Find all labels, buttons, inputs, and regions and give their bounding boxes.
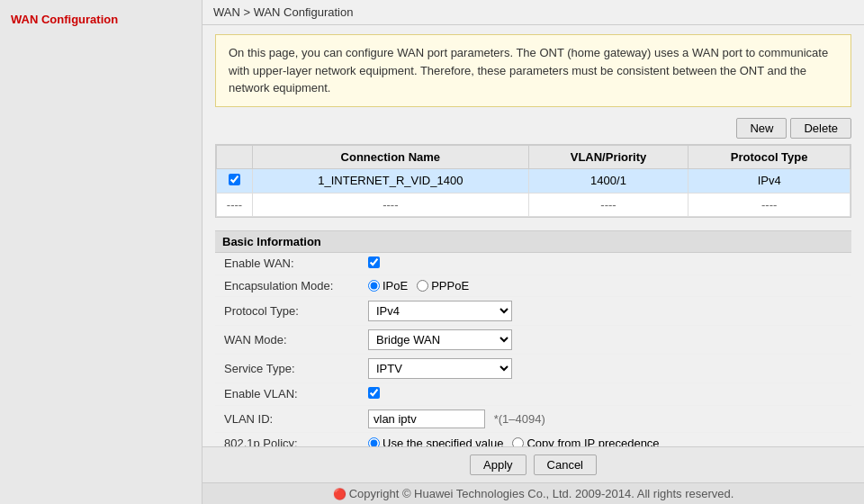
enable-vlan-row: Enable VLAN:	[215, 382, 851, 405]
copy-ip-radio-label[interactable]: Copy from IP precedence	[512, 436, 659, 447]
vlan-id-row: VLAN ID: *(1–4094)	[215, 405, 851, 432]
dash-4: ----	[688, 193, 850, 216]
enable-vlan-label: Enable VLAN:	[215, 382, 359, 405]
table-row[interactable]: 1_INTERNET_R_VID_1400 1400/1 IPv4	[217, 168, 850, 193]
service-type-value: IPTV INTERNET OTHER	[359, 354, 851, 382]
service-type-row: Service Type: IPTV INTERNET OTHER	[215, 354, 851, 382]
pppoe-radio-label[interactable]: PPPoE	[417, 279, 469, 292]
connection-table: Connection Name VLAN/Priority Protocol T…	[216, 145, 850, 217]
encapsulation-label: Encapsulation Mode:	[215, 274, 359, 296]
apply-button[interactable]: Apply	[470, 454, 526, 475]
bottom-bar: Apply Cancel	[202, 446, 864, 482]
vlan-id-label: VLAN ID:	[215, 405, 359, 432]
dash-3: ----	[528, 193, 688, 216]
dash-1: ----	[217, 193, 253, 216]
footer: 🔴 Copyright © Huawei Technologies Co., L…	[202, 482, 864, 504]
wan-mode-value: Bridge WAN Route WAN	[359, 325, 851, 354]
dash-2: ----	[253, 193, 529, 216]
wan-mode-label: WAN Mode:	[215, 325, 359, 354]
footer-logo: 🔴	[333, 488, 346, 500]
policy-row: 802.1p Policy: Use the specified value C…	[215, 432, 851, 446]
row-select-checkbox[interactable]	[229, 174, 240, 185]
encapsulation-value: IPoE PPPoE	[359, 274, 851, 296]
encapsulation-row: Encapsulation Mode: IPoE PPPoE	[215, 274, 851, 296]
copy-ip-radio[interactable]	[512, 437, 524, 447]
policy-label: 802.1p Policy:	[215, 432, 359, 446]
enable-wan-row: Enable WAN:	[215, 253, 851, 275]
ipoe-radio-label[interactable]: IPoE	[368, 279, 408, 292]
service-type-select[interactable]: IPTV INTERNET OTHER	[368, 358, 512, 379]
copy-ip-label: Copy from IP precedence	[526, 436, 659, 447]
connection-table-wrap: Connection Name VLAN/Priority Protocol T…	[215, 144, 851, 218]
specified-value-radio-label[interactable]: Use the specified value	[368, 436, 503, 447]
pppoe-radio[interactable]	[417, 280, 428, 292]
protocol-type-cell: IPv4	[688, 168, 850, 193]
enable-vlan-value	[359, 382, 851, 405]
breadcrumb: WAN > WAN Configuration	[202, 0, 864, 25]
toolbar: New Delete	[215, 118, 851, 139]
protocol-type-label: Protocol Type:	[215, 296, 359, 325]
enable-vlan-checkbox[interactable]	[368, 387, 380, 399]
vlan-id-value: *(1–4094)	[359, 405, 851, 432]
policy-radio-group: Use the specified value Copy from IP pre…	[368, 436, 842, 447]
vlan-priority-cell: 1400/1	[528, 168, 688, 193]
pppoe-label: PPPoE	[431, 279, 469, 292]
vlan-id-hint: *(1–4094)	[494, 412, 545, 426]
service-type-label: Service Type:	[215, 354, 359, 382]
enable-wan-checkbox[interactable]	[368, 256, 380, 268]
col-checkbox	[217, 145, 253, 168]
enable-wan-label: Enable WAN:	[215, 253, 359, 275]
specified-value-label: Use the specified value	[382, 436, 503, 447]
wan-mode-select[interactable]: Bridge WAN Route WAN	[368, 329, 512, 350]
ipoe-radio[interactable]	[368, 280, 380, 292]
encapsulation-radio-group: IPoE PPPoE	[368, 279, 842, 292]
vlan-id-input[interactable]	[368, 410, 485, 428]
connection-name-cell: 1_INTERNET_R_VID_1400	[253, 168, 529, 193]
cancel-button[interactable]: Cancel	[534, 454, 597, 475]
row-checkbox[interactable]	[217, 168, 253, 193]
policy-value: Use the specified value Copy from IP pre…	[359, 432, 851, 446]
protocol-type-value: IPv4 IPv6	[359, 296, 851, 325]
basic-info-form: Enable WAN: Encapsulation Mode: IPoE	[215, 253, 851, 447]
col-vlan-priority: VLAN/Priority	[528, 145, 688, 168]
protocol-type-select[interactable]: IPv4 IPv6	[368, 301, 512, 321]
specified-value-radio[interactable]	[368, 437, 380, 447]
footer-text: Copyright © Huawei Technologies Co., Ltd…	[349, 487, 734, 500]
ipoe-label: IPoE	[382, 279, 408, 292]
new-button[interactable]: New	[736, 118, 787, 139]
protocol-type-row: Protocol Type: IPv4 IPv6	[215, 296, 851, 325]
info-box: On this page, you can configure WAN port…	[215, 34, 851, 107]
col-connection-name: Connection Name	[253, 145, 529, 168]
basic-info-section: Basic Information	[215, 230, 851, 253]
dash-row: ---- ---- ---- ----	[217, 193, 850, 216]
delete-button[interactable]: Delete	[790, 118, 851, 139]
sidebar-title: WAN Configuration	[0, 7, 202, 32]
col-protocol-type: Protocol Type	[688, 145, 850, 168]
wan-mode-row: WAN Mode: Bridge WAN Route WAN	[215, 325, 851, 354]
enable-wan-value	[359, 253, 851, 275]
